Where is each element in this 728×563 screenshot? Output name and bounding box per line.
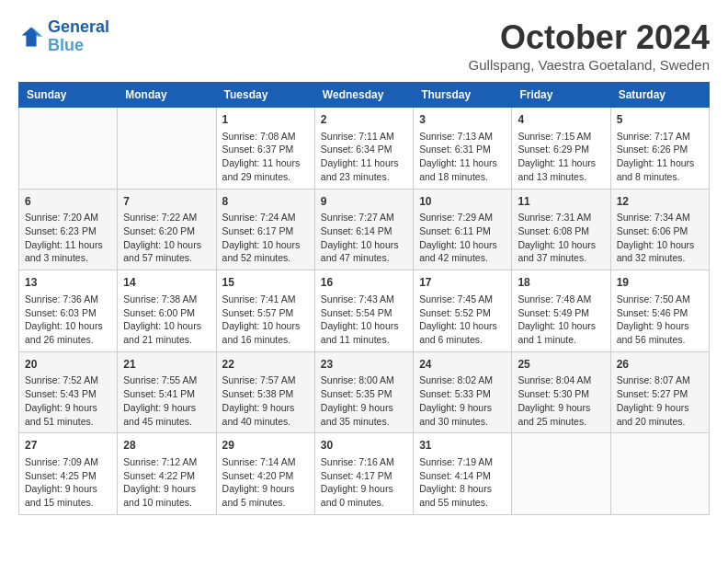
day-number: 14 <box>123 275 210 291</box>
day-info: Sunrise: 7:09 AM Sunset: 4:25 PM Dayligh… <box>25 455 111 510</box>
day-number: 3 <box>419 112 506 128</box>
calendar-cell: 13Sunrise: 7:36 AM Sunset: 6:03 PM Dayli… <box>19 270 118 352</box>
calendar-cell <box>19 108 118 190</box>
day-number: 15 <box>222 275 309 291</box>
day-number: 19 <box>617 275 703 291</box>
day-info: Sunrise: 8:00 AM Sunset: 5:35 PM Dayligh… <box>321 373 407 428</box>
day-number: 31 <box>419 438 506 454</box>
calendar-cell: 12Sunrise: 7:34 AM Sunset: 6:06 PM Dayli… <box>610 189 709 270</box>
week-row-2: 6Sunrise: 7:20 AM Sunset: 6:23 PM Daylig… <box>19 189 710 270</box>
day-number: 25 <box>518 357 604 373</box>
page-header: General Blue October 2024 Gullspang, Vae… <box>18 18 710 73</box>
month-title: October 2024 <box>469 18 710 57</box>
day-info: Sunrise: 7:38 AM Sunset: 6:00 PM Dayligh… <box>123 293 210 347</box>
day-info: Sunrise: 7:34 AM Sunset: 6:06 PM Dayligh… <box>617 211 703 265</box>
calendar-cell: 1Sunrise: 7:08 AM Sunset: 6:37 PM Daylig… <box>216 108 314 190</box>
day-number: 24 <box>419 357 506 373</box>
day-info: Sunrise: 7:50 AM Sunset: 5:46 PM Dayligh… <box>617 293 703 347</box>
day-number: 5 <box>617 112 703 128</box>
day-info: Sunrise: 7:36 AM Sunset: 6:03 PM Dayligh… <box>25 293 111 347</box>
day-info: Sunrise: 7:27 AM Sunset: 6:14 PM Dayligh… <box>321 211 407 265</box>
calendar-cell: 22Sunrise: 7:57 AM Sunset: 5:38 PM Dayli… <box>216 351 314 433</box>
day-info: Sunrise: 7:11 AM Sunset: 6:34 PM Dayligh… <box>321 130 407 184</box>
day-info: Sunrise: 7:55 AM Sunset: 5:41 PM Dayligh… <box>123 373 210 428</box>
day-number: 17 <box>419 275 506 291</box>
logo: General Blue <box>18 18 109 55</box>
day-info: Sunrise: 8:07 AM Sunset: 5:27 PM Dayligh… <box>617 373 703 428</box>
week-row-5: 27Sunrise: 7:09 AM Sunset: 4:25 PM Dayli… <box>19 433 710 515</box>
day-number: 1 <box>222 112 309 128</box>
weekday-header-monday: Monday <box>118 83 216 108</box>
calendar-cell <box>118 108 216 190</box>
calendar-cell: 3Sunrise: 7:13 AM Sunset: 6:31 PM Daylig… <box>414 108 512 190</box>
calendar-cell <box>610 433 709 515</box>
day-number: 18 <box>518 275 604 291</box>
day-info: Sunrise: 7:12 AM Sunset: 4:22 PM Dayligh… <box>123 455 210 510</box>
day-info: Sunrise: 7:20 AM Sunset: 6:23 PM Dayligh… <box>25 211 111 265</box>
weekday-row: SundayMondayTuesdayWednesdayThursdayFrid… <box>19 83 710 108</box>
day-number: 12 <box>617 194 703 210</box>
day-number: 23 <box>321 357 407 373</box>
week-row-4: 20Sunrise: 7:52 AM Sunset: 5:43 PM Dayli… <box>19 351 710 433</box>
calendar-cell: 16Sunrise: 7:43 AM Sunset: 5:54 PM Dayli… <box>314 270 413 352</box>
calendar-cell: 21Sunrise: 7:55 AM Sunset: 5:41 PM Dayli… <box>118 351 216 433</box>
day-info: Sunrise: 8:04 AM Sunset: 5:30 PM Dayligh… <box>518 373 604 428</box>
calendar-header: SundayMondayTuesdayWednesdayThursdayFrid… <box>19 83 710 108</box>
day-number: 9 <box>321 194 407 210</box>
calendar-cell: 14Sunrise: 7:38 AM Sunset: 6:00 PM Dayli… <box>118 270 216 352</box>
calendar-cell: 31Sunrise: 7:19 AM Sunset: 4:14 PM Dayli… <box>414 433 512 515</box>
day-info: Sunrise: 7:52 AM Sunset: 5:43 PM Dayligh… <box>25 373 111 428</box>
day-number: 7 <box>123 194 210 210</box>
calendar-cell: 8Sunrise: 7:24 AM Sunset: 6:17 PM Daylig… <box>216 189 314 270</box>
day-info: Sunrise: 7:41 AM Sunset: 5:57 PM Dayligh… <box>222 293 309 347</box>
week-row-1: 1Sunrise: 7:08 AM Sunset: 6:37 PM Daylig… <box>19 108 710 190</box>
calendar-cell: 27Sunrise: 7:09 AM Sunset: 4:25 PM Dayli… <box>19 433 118 515</box>
weekday-header-thursday: Thursday <box>414 83 512 108</box>
day-number: 8 <box>222 194 309 210</box>
day-number: 10 <box>419 194 506 210</box>
weekday-header-friday: Friday <box>512 83 610 108</box>
calendar-cell: 7Sunrise: 7:22 AM Sunset: 6:20 PM Daylig… <box>118 189 216 270</box>
day-info: Sunrise: 8:02 AM Sunset: 5:33 PM Dayligh… <box>419 373 506 428</box>
day-number: 11 <box>518 194 604 210</box>
calendar-cell: 18Sunrise: 7:48 AM Sunset: 5:49 PM Dayli… <box>512 270 610 352</box>
title-block: October 2024 Gullspang, Vaestra Goetalan… <box>469 18 710 73</box>
day-info: Sunrise: 7:57 AM Sunset: 5:38 PM Dayligh… <box>222 373 309 428</box>
day-info: Sunrise: 7:15 AM Sunset: 6:29 PM Dayligh… <box>518 130 604 184</box>
day-info: Sunrise: 7:16 AM Sunset: 4:17 PM Dayligh… <box>321 455 407 510</box>
calendar-cell: 6Sunrise: 7:20 AM Sunset: 6:23 PM Daylig… <box>19 189 118 270</box>
day-info: Sunrise: 7:19 AM Sunset: 4:14 PM Dayligh… <box>419 455 506 510</box>
day-number: 16 <box>321 275 407 291</box>
day-number: 6 <box>25 194 111 210</box>
day-info: Sunrise: 7:13 AM Sunset: 6:31 PM Dayligh… <box>419 130 506 184</box>
week-row-3: 13Sunrise: 7:36 AM Sunset: 6:03 PM Dayli… <box>19 270 710 352</box>
calendar-cell: 5Sunrise: 7:17 AM Sunset: 6:26 PM Daylig… <box>610 108 709 190</box>
weekday-header-tuesday: Tuesday <box>216 83 314 108</box>
logo-icon <box>18 24 44 50</box>
day-number: 13 <box>25 275 111 291</box>
calendar-table: SundayMondayTuesdayWednesdayThursdayFrid… <box>18 82 710 515</box>
calendar-cell: 25Sunrise: 8:04 AM Sunset: 5:30 PM Dayli… <box>512 351 610 433</box>
calendar-cell: 15Sunrise: 7:41 AM Sunset: 5:57 PM Dayli… <box>216 270 314 352</box>
logo-text: General Blue <box>48 18 109 55</box>
calendar-cell: 26Sunrise: 8:07 AM Sunset: 5:27 PM Dayli… <box>610 351 709 433</box>
day-info: Sunrise: 7:14 AM Sunset: 4:20 PM Dayligh… <box>222 455 309 510</box>
day-number: 29 <box>222 438 309 454</box>
calendar-cell: 2Sunrise: 7:11 AM Sunset: 6:34 PM Daylig… <box>314 108 413 190</box>
day-number: 2 <box>321 112 407 128</box>
calendar-cell: 23Sunrise: 8:00 AM Sunset: 5:35 PM Dayli… <box>314 351 413 433</box>
weekday-header-wednesday: Wednesday <box>314 83 413 108</box>
calendar-cell: 10Sunrise: 7:29 AM Sunset: 6:11 PM Dayli… <box>414 189 512 270</box>
day-info: Sunrise: 7:22 AM Sunset: 6:20 PM Dayligh… <box>123 211 210 265</box>
calendar-cell: 4Sunrise: 7:15 AM Sunset: 6:29 PM Daylig… <box>512 108 610 190</box>
day-number: 21 <box>123 357 210 373</box>
day-number: 4 <box>518 112 604 128</box>
weekday-header-saturday: Saturday <box>610 83 709 108</box>
day-number: 27 <box>25 438 111 454</box>
day-info: Sunrise: 7:24 AM Sunset: 6:17 PM Dayligh… <box>222 211 309 265</box>
day-info: Sunrise: 7:08 AM Sunset: 6:37 PM Dayligh… <box>222 130 309 184</box>
day-info: Sunrise: 7:17 AM Sunset: 6:26 PM Dayligh… <box>617 130 703 184</box>
calendar-cell: 28Sunrise: 7:12 AM Sunset: 4:22 PM Dayli… <box>118 433 216 515</box>
day-info: Sunrise: 7:31 AM Sunset: 6:08 PM Dayligh… <box>518 211 604 265</box>
day-number: 26 <box>617 357 703 373</box>
